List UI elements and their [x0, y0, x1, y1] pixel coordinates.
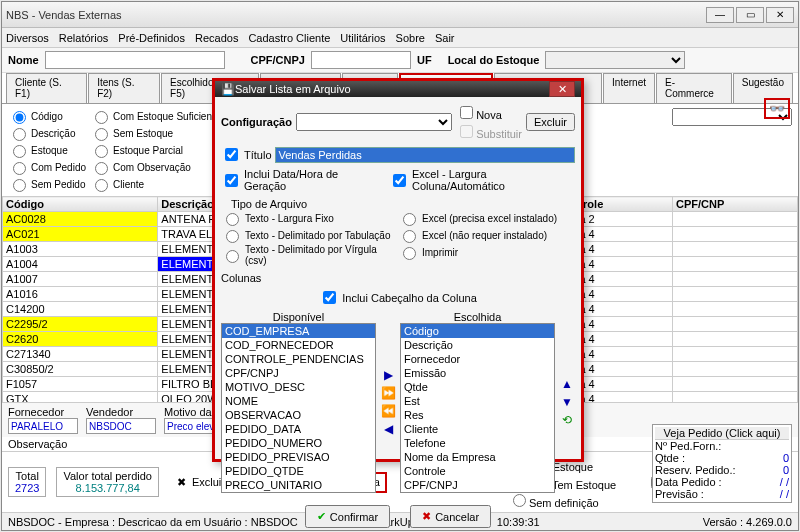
list-item[interactable]: CPF/CNPJ — [401, 478, 554, 492]
vendedor-input[interactable] — [86, 418, 156, 434]
dialog-title: Salvar Lista em Arquivo — [235, 83, 549, 95]
tipo-radio[interactable]: Texto - Delimitado por Vírgula (csv) — [221, 244, 398, 266]
list-item[interactable]: Res — [401, 408, 554, 422]
tab[interactable]: Itens (S. F2) — [88, 73, 160, 103]
cpf-label: CPF/CNPJ — [251, 54, 305, 66]
inclui-data-check[interactable]: Inclui Data/Hora de Geração — [221, 168, 377, 192]
cancelar-button[interactable]: ✖Cancelar — [410, 505, 491, 528]
menu-item[interactable]: Utilitários — [340, 32, 385, 44]
summary-title[interactable]: Veja Pedido (Click aqui) — [655, 427, 789, 440]
filter-radio[interactable]: Código — [8, 108, 86, 124]
filter-radio[interactable]: Estoque Parcial — [90, 142, 220, 158]
excel-auto-check[interactable]: Excel - Largura Coluna/Automático — [389, 168, 575, 192]
list-item[interactable]: Cliente — [401, 422, 554, 436]
filter-radio[interactable]: Com Observação — [90, 159, 220, 175]
filter-radio[interactable]: Sem Pedido — [8, 176, 86, 192]
list-item[interactable]: Descrição — [401, 338, 554, 352]
list-item[interactable]: COD_EMPRESA — [222, 324, 375, 338]
config-excluir-button[interactable]: Excluir — [526, 113, 575, 131]
tipo-radio[interactable]: Texto - Delimitado por Tabulação — [221, 227, 398, 243]
config-select[interactable] — [296, 113, 452, 131]
local-select[interactable] — [545, 51, 685, 69]
nome-input[interactable] — [45, 51, 225, 69]
list-item[interactable]: NOME — [222, 394, 375, 408]
move-down-icon[interactable]: ▼ — [559, 395, 575, 409]
menubar: Diversos Relatórios Pré-Definidos Recado… — [2, 28, 798, 48]
tab[interactable]: Cliente (S. F1) — [6, 73, 87, 103]
col-header[interactable]: Código — [3, 197, 158, 212]
list-item[interactable]: CONTROLE_PENDENCIAS — [222, 352, 375, 366]
cabecalho-check[interactable]: Inclui Cabeçalho da Coluna — [221, 288, 575, 307]
tab[interactable]: E-Commerce — [656, 73, 732, 103]
titulo-check[interactable] — [225, 148, 238, 161]
tipo-radio[interactable]: Excel (não requer instalado) — [398, 227, 575, 243]
list-item[interactable]: Telefone — [401, 436, 554, 450]
tab[interactable]: Internet — [603, 73, 655, 103]
nova-check[interactable]: Nova — [456, 103, 522, 122]
list-item[interactable]: Est — [401, 394, 554, 408]
tipo-radio[interactable]: Texto - Largura Fixo — [221, 210, 398, 226]
list-item[interactable]: Código — [401, 324, 554, 338]
move-all-right-icon[interactable]: ⏩ — [380, 386, 396, 400]
menu-item[interactable]: Relatórios — [59, 32, 109, 44]
fornecedor-input[interactable] — [8, 418, 78, 434]
save-list-dialog: 💾 Salvar Lista em Arquivo ✕ Configuração… — [212, 78, 584, 462]
cancel-icon: ✖ — [422, 510, 431, 523]
reorder-icon[interactable]: ⟲ — [559, 413, 575, 427]
list-item[interactable]: PEDIDO_NUMERO — [222, 436, 375, 450]
move-up-icon[interactable]: ▲ — [559, 377, 575, 391]
escolhida-list[interactable]: CódigoDescriçãoFornecedorEmissãoQtdeEstR… — [400, 323, 555, 493]
nome-label: Nome — [8, 54, 39, 66]
col-header[interactable]: CPF/CNP — [673, 197, 798, 212]
tipo-radio[interactable]: Imprimir — [398, 244, 575, 260]
close-button[interactable]: ✕ — [766, 7, 794, 23]
uf-label: UF — [417, 54, 432, 66]
list-item[interactable]: PEDIDO_DATA — [222, 422, 375, 436]
list-item[interactable]: Fornecedor — [401, 352, 554, 366]
dialog-close-button[interactable]: ✕ — [549, 81, 575, 97]
filter-radio[interactable]: Cliente — [90, 176, 220, 192]
filter-radio[interactable]: Com Estoque Suficiente — [90, 108, 220, 124]
menu-item[interactable]: Diversos — [6, 32, 49, 44]
status-versao: Versão : 4.269.0.0 — [703, 516, 792, 528]
confirmar-button[interactable]: ✔Confirmar — [305, 505, 390, 528]
cpf-input[interactable] — [311, 51, 411, 69]
minimize-button[interactable]: — — [706, 7, 734, 23]
list-item[interactable]: Qtde — [401, 380, 554, 394]
filter-radio[interactable]: Estoque — [8, 142, 86, 158]
glasses-icon[interactable]: 👓 — [764, 98, 790, 119]
menu-item[interactable]: Pré-Definidos — [118, 32, 185, 44]
filter-radio[interactable]: Com Pedido — [8, 159, 86, 175]
list-item[interactable]: PRECO_UNITARIO — [222, 478, 375, 492]
menu-item[interactable]: Recados — [195, 32, 238, 44]
list-item[interactable]: PEDIDO_PREVISAO — [222, 450, 375, 464]
move-all-left-icon[interactable]: ⏪ — [380, 404, 396, 418]
list-item[interactable]: PEDIDO_QTDE — [222, 464, 375, 478]
summary-box: Veja Pedido (Click aqui) Nº Ped.Forn.:Qt… — [652, 424, 792, 503]
list-item[interactable]: Emissão — [401, 366, 554, 380]
disponivel-list[interactable]: COD_EMPRESACOD_FORNECEDORCONTROLE_PENDEN… — [221, 323, 376, 493]
list-item[interactable]: CPF/CNPJ — [222, 366, 375, 380]
menu-item[interactable]: Cadastro Cliente — [248, 32, 330, 44]
vtp-label: Valor total perdido — [63, 470, 151, 482]
titulo-input[interactable]: Vendas Perdidas — [275, 147, 575, 163]
subst-check[interactable]: Substituir — [456, 122, 522, 141]
list-item[interactable]: Nome da Empresa — [401, 450, 554, 464]
local-label: Local do Estoque — [448, 54, 540, 66]
fornecedor-label: Fornecedor — [8, 406, 78, 418]
maximize-button[interactable]: ▭ — [736, 7, 764, 23]
move-left-icon[interactable]: ◀ — [380, 422, 396, 436]
window-title: NBS - Vendas Externas — [6, 9, 706, 21]
list-item[interactable]: Controle — [401, 464, 554, 478]
list-item[interactable]: COD_FORNECEDOR — [222, 338, 375, 352]
list-item[interactable]: OBSERVACAO — [222, 408, 375, 422]
move-right-icon[interactable]: ▶ — [380, 368, 396, 382]
filter-radio[interactable]: Descrição — [8, 125, 86, 141]
tipo-radio[interactable]: Excel (precisa excel instalado) — [398, 210, 575, 226]
menu-item[interactable]: Sobre — [396, 32, 425, 44]
list-item[interactable]: MOTIVO_DESC — [222, 380, 375, 394]
menu-item[interactable]: Sair — [435, 32, 455, 44]
check-icon: ✔ — [317, 510, 326, 523]
total-value: 2723 — [15, 482, 39, 494]
filter-radio[interactable]: Sem Estoque — [90, 125, 220, 141]
